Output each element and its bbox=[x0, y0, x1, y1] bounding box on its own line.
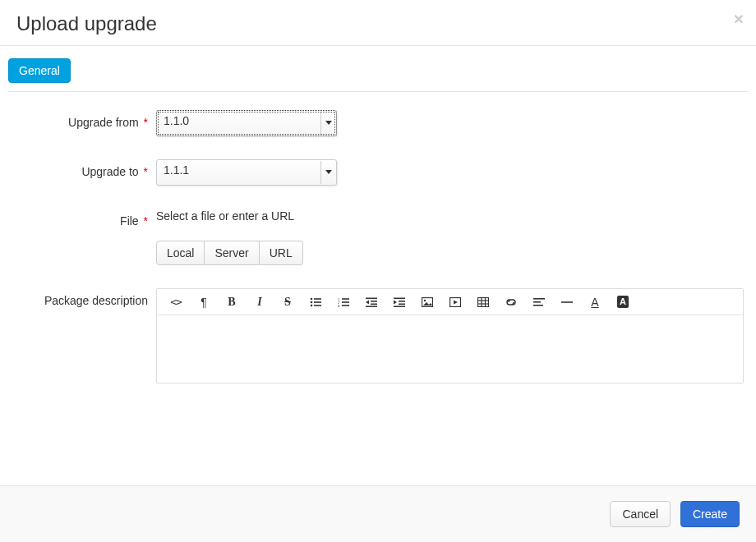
outdent-icon[interactable] bbox=[357, 291, 385, 314]
indent-icon[interactable] bbox=[385, 291, 413, 314]
strikethrough-icon[interactable]: S bbox=[274, 291, 302, 314]
row-upgrade-from: Upgrade from * 1.1.0 bbox=[8, 110, 748, 136]
svg-rect-3 bbox=[314, 301, 321, 303]
svg-rect-1 bbox=[314, 298, 321, 300]
row-file: File * Select a file or enter a URL Loca… bbox=[8, 209, 748, 265]
upgrade-to-select-wrap: 1.1.1 bbox=[156, 159, 337, 186]
table-icon[interactable] bbox=[469, 291, 497, 314]
svg-rect-28 bbox=[533, 298, 545, 300]
cancel-button[interactable]: Cancel bbox=[610, 501, 671, 527]
numbered-list-icon[interactable]: 123 bbox=[330, 291, 357, 314]
row-description: Package description <> ¶ B I S 123 bbox=[8, 288, 748, 384]
file-server-button[interactable]: Server bbox=[205, 241, 259, 265]
editor-toolbar: <> ¶ B I S 123 bbox=[157, 289, 743, 315]
file-url-button[interactable]: URL bbox=[260, 241, 303, 265]
create-button[interactable]: Create bbox=[680, 501, 740, 527]
background-color-icon[interactable]: A bbox=[609, 291, 637, 314]
tabs-row: General bbox=[8, 58, 748, 83]
svg-rect-18 bbox=[399, 303, 405, 305]
file-source-group: Local Server URL bbox=[156, 241, 303, 265]
control-file: Select a file or enter a URL Local Serve… bbox=[156, 209, 748, 265]
svg-point-2 bbox=[311, 301, 313, 303]
control-description: <> ¶ B I S 123 bbox=[156, 288, 748, 384]
text-color-icon[interactable]: A bbox=[581, 291, 609, 314]
file-local-button[interactable]: Local bbox=[156, 241, 205, 265]
svg-rect-13 bbox=[371, 301, 377, 302]
file-hint: Select a file or enter a URL bbox=[156, 209, 748, 223]
bold-icon[interactable]: B bbox=[218, 291, 246, 314]
svg-rect-12 bbox=[366, 297, 377, 299]
svg-rect-14 bbox=[371, 303, 377, 305]
upgrade-from-select[interactable]: 1.1.0 bbox=[156, 110, 337, 136]
upgrade-to-select[interactable]: 1.1.1 bbox=[156, 159, 337, 186]
horizontal-rule-icon[interactable] bbox=[553, 291, 581, 314]
align-icon[interactable] bbox=[525, 291, 553, 314]
divider bbox=[8, 91, 748, 92]
italic-icon[interactable]: I bbox=[246, 291, 274, 314]
svg-text:3: 3 bbox=[338, 303, 340, 307]
svg-point-21 bbox=[424, 299, 426, 301]
image-icon[interactable] bbox=[413, 291, 441, 314]
control-upgrade-to: 1.1.1 bbox=[156, 159, 748, 186]
video-icon[interactable] bbox=[441, 291, 469, 314]
row-upgrade-to: Upgrade to * 1.1.1 bbox=[8, 159, 748, 186]
modal-title: Upload upgrade bbox=[16, 12, 740, 35]
svg-rect-23 bbox=[478, 297, 489, 306]
svg-rect-9 bbox=[342, 301, 349, 303]
label-upgrade-to: Upgrade to * bbox=[8, 159, 156, 178]
control-upgrade-from: 1.1.0 bbox=[156, 110, 748, 136]
label-description: Package description bbox=[8, 288, 156, 307]
link-icon[interactable] bbox=[497, 291, 525, 314]
rich-text-editor: <> ¶ B I S 123 bbox=[156, 288, 744, 384]
bullet-list-icon[interactable] bbox=[302, 291, 330, 314]
svg-rect-7 bbox=[342, 298, 349, 300]
svg-rect-31 bbox=[561, 301, 573, 303]
svg-point-0 bbox=[311, 297, 313, 300]
svg-point-4 bbox=[311, 304, 313, 306]
svg-rect-15 bbox=[366, 305, 377, 307]
tab-general[interactable]: General bbox=[8, 58, 71, 83]
modal-footer: Cancel Create bbox=[0, 485, 756, 542]
svg-rect-29 bbox=[533, 301, 541, 303]
svg-rect-19 bbox=[394, 305, 405, 307]
label-upgrade-from: Upgrade from * bbox=[8, 110, 156, 129]
code-view-icon[interactable]: <> bbox=[162, 291, 190, 314]
editor-content[interactable] bbox=[157, 315, 743, 383]
svg-rect-5 bbox=[314, 305, 321, 306]
paragraph-icon[interactable]: ¶ bbox=[190, 291, 218, 314]
close-button[interactable]: × bbox=[734, 10, 744, 27]
svg-rect-17 bbox=[399, 301, 405, 302]
svg-rect-11 bbox=[342, 305, 349, 306]
label-file: File * bbox=[8, 209, 156, 227]
upgrade-from-select-wrap: 1.1.0 bbox=[156, 110, 337, 136]
modal-header: Upload upgrade × bbox=[0, 0, 756, 46]
svg-rect-16 bbox=[394, 297, 405, 299]
modal-body: General Upgrade from * 1.1.0 Upgrade to … bbox=[0, 46, 756, 410]
svg-rect-30 bbox=[533, 305, 543, 306]
